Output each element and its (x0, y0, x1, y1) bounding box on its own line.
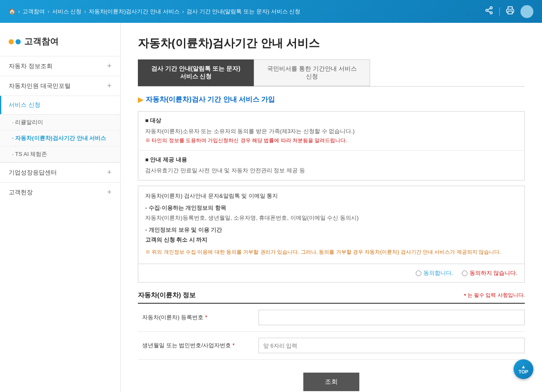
svg-rect-5 (508, 11, 512, 14)
breadcrumb-item-2[interactable]: 서비스 신청 (52, 8, 82, 16)
car-reg-label: 자동차(이륜차) 등록번호 * (138, 314, 259, 321)
plus-icon-car-info: + (107, 62, 112, 71)
notice-title: 자동차(이륜차) 검사안내 문자&알림톡 및 이메일 통지 (145, 192, 517, 200)
sidebar-item-service-label: 서비스 신청 (9, 101, 40, 109)
sidebar-item-citizen-label: 자동차민원 대국민포털 (9, 82, 71, 90)
car-info-section: 자동차(이륜차) 정보 • 는 필수 입력 사항입니다. 자동차(이륜차) 등록… (138, 291, 525, 360)
tab-bar: 검사 기간 안내(알림톡 또는 문자)서비스 신청 국민비서를 통한 기간안내 … (138, 59, 525, 87)
required-star-1: * (205, 314, 207, 320)
notice-section-1-text: 자동차(이륜차)등록번호, 생년월일, 소유자명, 휴대폰번호, 이메일(이메일… (145, 214, 517, 223)
sidebar-logo-text: 고객참여 (24, 36, 59, 47)
svg-point-2 (490, 12, 492, 14)
notice-box: 자동차(이륜차) 검사안내 문자&알림톡 및 이메일 통지 - 수집·이용하는 … (138, 186, 525, 264)
car-info-header: 자동차(이륜차) 정보 • 는 필수 입력 사항입니다. (138, 291, 525, 304)
car-info-title: 자동차(이륜차) 정보 (138, 291, 196, 299)
breadcrumb: 🏠 › 고객참여 › 서비스 신청 › 자동차(이륜차)검사기간 안내 서비스 … (9, 8, 300, 16)
birth-input[interactable] (259, 338, 525, 353)
tab-alarm[interactable]: 검사 기간 안내(알림톡 또는 문자)서비스 신청 (138, 59, 254, 86)
consent-disagree-option[interactable]: 동의하지 않습니다. (462, 269, 517, 277)
info-box: 대상 자동차(이륜차)소유자 또는 소유자의 동의를 받은 가족(제3자는 신청… (138, 111, 525, 180)
page-title: 자동차(이륜차)검사기간 안내 서비스 (138, 36, 525, 51)
sidebar-item-car-info-label: 자동차 정보조회 (9, 62, 53, 70)
back-to-top-label: TOP (519, 369, 528, 374)
form-row-birth: 생년월일 또는 법인번호/사업자번호 * (138, 332, 525, 360)
notice-box-inner[interactable]: 자동차(이륜차) 검사안내 문자&알림톡 및 이메일 통지 - 수집·이용하는 … (138, 186, 524, 264)
consent-agree-option[interactable]: 동의합니다. (416, 269, 453, 277)
home-icon[interactable]: 🏠 (9, 8, 16, 15)
svg-point-0 (490, 7, 492, 9)
divider (499, 7, 500, 16)
back-to-top-arrow: ▲ (521, 364, 526, 369)
target-text: 자동차(이륜차)소유자 또는 소유자의 동의를 받은 가족(제3자는 신청할 수… (145, 127, 517, 145)
consent-agree-label: 동의합니다. (424, 269, 453, 277)
sidebar-item-biz-label: 기업성장응답센터 (9, 169, 57, 177)
required-note: • 는 필수 입력 사항입니다. (464, 292, 525, 299)
query-button[interactable]: 조회 (303, 373, 359, 391)
section-heading: ▶ 자동차(이륜차)검사 기간 안내 서비스 가입 (138, 95, 525, 104)
plus-icon-charter: + (107, 188, 112, 197)
main-layout: 고객참여 자동차 정보조회 + 자동차민원 대국민포털 + 서비스 신청 리큘알… (0, 23, 542, 392)
required-star-2: * (232, 342, 234, 348)
info-target-section: 대상 자동차(이륜차)소유자 또는 소유자의 동의를 받은 가족(제3자는 신청… (138, 112, 524, 151)
consent-disagree-label: 동의하지 않습니다. (470, 269, 517, 277)
target-label: 대상 (145, 117, 517, 124)
svg-line-4 (488, 8, 490, 9)
sidebar-submenu-item-ts-ai[interactable]: TS AI 체험존 (0, 146, 120, 162)
logo-dots (9, 39, 21, 44)
breadcrumb-item-1[interactable]: 고객참여 (22, 8, 45, 16)
form-row-car-reg: 자동차(이륜차) 등록번호 * (138, 304, 525, 332)
info-content-section: 안내 제공 내용 검사유효기간 만료일 사전 안내 및 자동차 안전관리 정보 … (138, 151, 524, 180)
birth-label: 생년월일 또는 법인번호/사업자번호 * (138, 342, 259, 349)
notice-warning-text: ※ 위의 개인정보 수집·이용에 대한 동의를 거부할 권리가 있습니다. 그러… (145, 248, 517, 256)
notice-section-2-title: - 개인정보의 보유 및 이용 기간 (145, 226, 517, 234)
car-reg-input[interactable] (259, 310, 525, 325)
svg-line-3 (488, 11, 490, 12)
consent-row: 동의합니다. 동의하지 않습니다. (138, 264, 525, 283)
breadcrumb-item-3[interactable]: 자동차(이륜차)검사기간 안내 서비스 (89, 8, 180, 16)
header-icons (483, 4, 533, 19)
user-avatar[interactable] (520, 5, 533, 18)
target-warning: ※ 타인의 정보를 도용하여 가입신청하신 경우 해당 법률에 따라 처분됨을 … (145, 137, 347, 143)
sidebar-item-citizen-portal[interactable]: 자동차민원 대국민포털 + (0, 76, 120, 96)
sidebar-submenu-item-car-inspection[interactable]: 자동차(이륜차)검사기간 안내 서비스 (0, 131, 120, 146)
breadcrumb-item-4: 검사 기간 안내(알림톡 또는 문자) 서비스 신청 (187, 8, 300, 16)
print-icon[interactable] (504, 4, 516, 19)
plus-icon-citizen: + (107, 81, 112, 90)
back-to-top-button[interactable]: ▲ TOP (514, 359, 533, 379)
sidebar-logo: 고객참여 (0, 31, 120, 56)
sidebar: 고객참여 자동차 정보조회 + 자동차민원 대국민포털 + 서비스 신청 리큘알… (0, 23, 121, 392)
section-heading-text: 자동차(이륜차)검사 기간 안내 서비스 가입 (146, 95, 275, 104)
sidebar-item-customer-charter[interactable]: 고객헌장 + (0, 182, 120, 202)
info-content-label: 안내 제공 내용 (145, 156, 517, 164)
sidebar-item-car-info[interactable]: 자동차 정보조회 + (0, 56, 120, 76)
notice-section-2-text: 고객의 신청 취소 시 까지 (145, 236, 517, 245)
sidebar-item-biz-growth[interactable]: 기업성장응답센터 + (0, 162, 120, 182)
sidebar-item-service-apply[interactable]: 서비스 신청 (0, 96, 120, 114)
tab-minwon[interactable]: 국민비서를 통한 기간안내 서비스신청 (254, 59, 370, 86)
query-btn-row: 조회 (138, 373, 525, 391)
sidebar-item-charter-label: 고객헌장 (9, 189, 33, 196)
sidebar-submenu-service: 리큘알리미 자동차(이륜차)검사기간 안내 서비스 TS AI 체험존 (0, 114, 120, 162)
main-content: 자동차(이륜차)검사기간 안내 서비스 검사 기간 안내(알림톡 또는 문자)서… (121, 23, 542, 392)
section-arrow: ▶ (138, 96, 143, 104)
notice-section-1-title: - 수집·이용하는 개인정보의 항목 (145, 204, 517, 212)
header: 🏠 › 고객참여 › 서비스 신청 › 자동차(이륜차)검사기간 안내 서비스 … (0, 0, 542, 23)
share-icon[interactable] (483, 4, 495, 19)
notice-bold-text: 고객의 신청 취소 시 까지 (145, 236, 207, 243)
consent-disagree-radio[interactable] (462, 271, 467, 276)
dot-blue (16, 39, 21, 44)
info-content-text: 검사유효기간 만료일 사전 안내 및 자동차 안전관리 정보 제공 등 (145, 166, 517, 175)
plus-icon-biz: + (107, 168, 112, 177)
consent-agree-radio[interactable] (416, 271, 421, 276)
dot-orange (9, 39, 14, 44)
sidebar-submenu-item-recall[interactable]: 리큘알리미 (0, 115, 120, 131)
svg-point-1 (486, 9, 488, 12)
